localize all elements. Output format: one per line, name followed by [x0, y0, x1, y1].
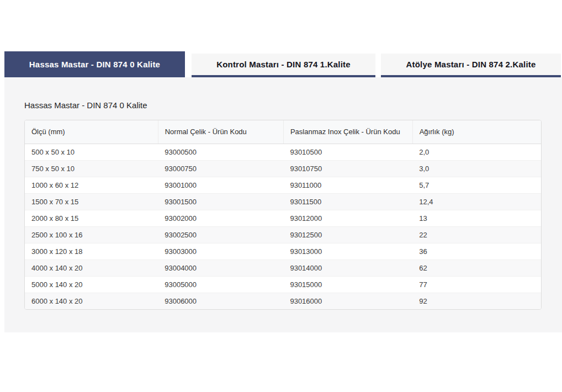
column-header-paslanmaz: Paslanmaz Inox Çelik - Ürün Kodu — [283, 120, 412, 144]
cell-paslanmaz: 93016000 — [283, 293, 412, 309]
cell-paslanmaz: 93010500 — [283, 144, 412, 160]
cell-normal: 93003000 — [158, 243, 283, 259]
cell-paslanmaz: 93013000 — [283, 243, 412, 259]
cell-agirlik: 12,4 — [412, 193, 541, 210]
cell-normal: 93004000 — [158, 259, 283, 276]
cell-olcu: 1500 x 70 x 15 — [25, 193, 158, 210]
cell-agirlik: 5,7 — [412, 177, 541, 193]
column-header-olcu: Ölçü (mm) — [25, 120, 158, 144]
tab-bar: Hassas Mastar - DIN 874 0 Kalite Kontrol… — [4, 51, 561, 77]
table-row: 750 x 50 x 10 93000750 93010750 3,0 — [25, 160, 541, 177]
cell-agirlik: 62 — [412, 259, 541, 276]
cell-agirlik: 36 — [412, 243, 541, 259]
cell-paslanmaz: 93015000 — [283, 276, 412, 293]
cell-normal: 93000500 — [158, 144, 283, 160]
cell-agirlik: 77 — [412, 276, 541, 293]
product-table: Ölçü (mm) Normal Çelik - Ürün Kodu Pasla… — [24, 120, 542, 310]
cell-normal: 93000750 — [158, 160, 283, 177]
cell-agirlik: 22 — [412, 226, 541, 243]
table-row: 2500 x 100 x 16 93002500 93012500 22 — [25, 226, 541, 243]
cell-olcu: 750 x 50 x 10 — [25, 160, 158, 177]
cell-paslanmaz: 93012500 — [283, 226, 412, 243]
cell-agirlik: 13 — [412, 210, 541, 226]
cell-olcu: 3000 x 120 x 18 — [25, 243, 158, 259]
cell-paslanmaz: 93010750 — [283, 160, 412, 177]
cell-normal: 93005000 — [158, 276, 283, 293]
tab-hassas-mastar[interactable]: Hassas Mastar - DIN 874 0 Kalite — [4, 51, 185, 77]
cell-agirlik: 3,0 — [412, 160, 541, 177]
tab-atolye-mastari[interactable]: Atölye Mastarı - DIN 874 2.Kalite — [381, 54, 561, 77]
cell-normal: 93001000 — [158, 177, 283, 193]
table-row: 5000 x 140 x 20 93005000 93015000 77 — [25, 276, 541, 293]
column-header-normal: Normal Çelik - Ürün Kodu — [158, 120, 283, 144]
cell-paslanmaz: 93011000 — [283, 177, 412, 193]
cell-normal: 93006000 — [158, 293, 283, 309]
table-row: 1500 x 70 x 15 93001500 93011500 12,4 — [25, 193, 541, 210]
cell-olcu: 5000 x 140 x 20 — [25, 276, 158, 293]
cell-olcu: 2000 x 80 x 15 — [25, 210, 158, 226]
table-row: 3000 x 120 x 18 93003000 93013000 36 — [25, 243, 541, 259]
cell-olcu: 6000 x 140 x 20 — [25, 293, 158, 309]
table-row: 4000 x 140 x 20 93004000 93014000 62 — [25, 259, 541, 276]
cell-agirlik: 2,0 — [412, 144, 541, 160]
cell-paslanmaz: 93011500 — [283, 193, 412, 210]
table-row: 6000 x 140 x 20 93006000 93016000 92 — [25, 293, 541, 309]
product-table-body: 500 x 50 x 10 93000500 93010500 2,0 750 … — [25, 144, 541, 309]
cell-normal: 93002500 — [158, 226, 283, 243]
table-row: 500 x 50 x 10 93000500 93010500 2,0 — [25, 144, 541, 160]
table-header-row: Ölçü (mm) Normal Çelik - Ürün Kodu Pasla… — [25, 120, 541, 144]
cell-agirlik: 92 — [412, 293, 541, 309]
tab-content-panel: Hassas Mastar - DIN 874 0 Kalite Ölçü (m… — [4, 77, 562, 332]
column-header-agirlik: Ağırlık (kg) — [412, 120, 541, 144]
tab-kontrol-mastari[interactable]: Kontrol Mastarı - DIN 874 1.Kalite — [192, 54, 375, 77]
page-title: Hassas Mastar - DIN 874 0 Kalite — [24, 100, 147, 110]
cell-normal: 93002000 — [158, 210, 283, 226]
cell-normal: 93001500 — [158, 193, 283, 210]
cell-olcu: 1000 x 60 x 12 — [25, 177, 158, 193]
table-row: 2000 x 80 x 15 93002000 93012000 13 — [25, 210, 541, 226]
table-row: 1000 x 60 x 12 93001000 93011000 5,7 — [25, 177, 541, 193]
cell-olcu: 2500 x 100 x 16 — [25, 226, 158, 243]
cell-paslanmaz: 93014000 — [283, 259, 412, 276]
cell-olcu: 4000 x 140 x 20 — [25, 259, 158, 276]
cell-paslanmaz: 93012000 — [283, 210, 412, 226]
cell-olcu: 500 x 50 x 10 — [25, 144, 158, 160]
